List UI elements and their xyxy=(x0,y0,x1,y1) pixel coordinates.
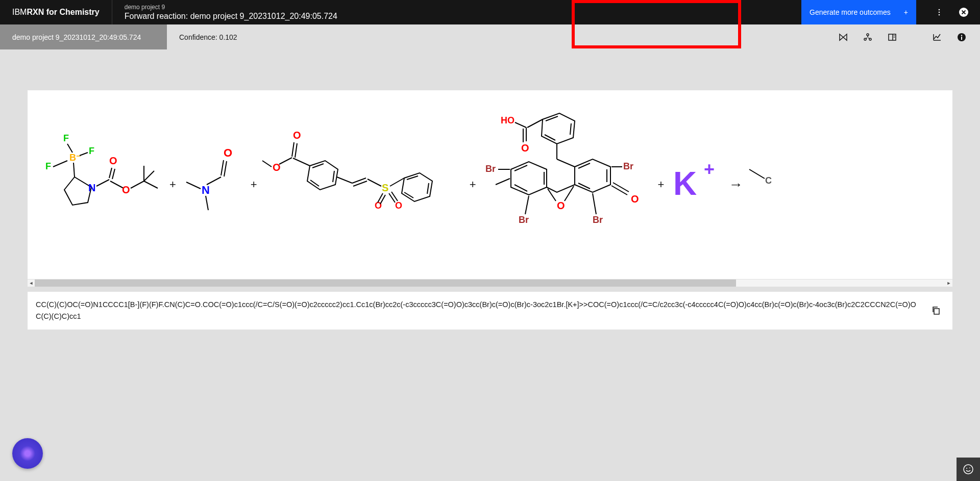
svg-point-0 xyxy=(939,9,940,11)
svg-line-42 xyxy=(295,143,297,158)
generate-more-outcomes-button[interactable]: Generate more outcomes + xyxy=(801,0,916,24)
breadcrumb: demo project 9 Forward reaction: demo pr… xyxy=(112,4,350,21)
svg-line-47 xyxy=(337,177,352,183)
molecule-2: O N xyxy=(180,134,247,236)
svg-line-46 xyxy=(293,158,310,166)
svg-line-43 xyxy=(279,158,292,164)
confidence-label: Confidence: 0.102 xyxy=(167,33,250,41)
smiles-row: CC(C)(C)OC(=O)N1CCCC1[B-](F)(F)F.CN(C)C=… xyxy=(28,292,952,330)
svg-line-50 xyxy=(368,179,381,186)
scroll-track[interactable] xyxy=(35,280,945,287)
breadcrumb-title: Forward reaction: demo project 9_2023101… xyxy=(125,11,337,21)
svg-line-45 xyxy=(262,161,272,167)
info-button[interactable] xyxy=(951,27,972,47)
plus-2: + xyxy=(250,178,258,191)
svg-line-79 xyxy=(593,193,596,214)
logo[interactable]: IBM RXN for Chemistry xyxy=(0,0,112,24)
attention-map-button[interactable] xyxy=(833,27,853,47)
svg-text:N: N xyxy=(88,182,95,193)
svg-line-56 xyxy=(389,193,395,202)
plus-icon: + xyxy=(904,8,908,16)
main-area: F F F B⁻ N O O xyxy=(0,49,980,340)
horizontal-scrollbar[interactable]: ◄ ► xyxy=(28,280,952,287)
generate-label: Generate more outcomes xyxy=(810,8,891,16)
overflow-menu-button[interactable] xyxy=(929,2,949,22)
plus-1: + xyxy=(168,178,177,191)
svg-line-83 xyxy=(749,169,765,179)
svg-text:O: O xyxy=(224,146,232,159)
svg-text:O: O xyxy=(631,193,639,205)
svg-text:O: O xyxy=(557,200,565,211)
svg-text:O: O xyxy=(273,162,281,173)
active-tab[interactable]: demo project 9_20231012_20:49:05.724 xyxy=(0,24,167,49)
molecule-icon xyxy=(863,33,872,42)
chart-line-icon xyxy=(933,33,942,42)
svg-line-75 xyxy=(613,183,629,192)
svg-line-34 xyxy=(221,160,224,175)
svg-rect-13 xyxy=(961,37,962,40)
tab-label: demo project 9_20231012_20:49:05.724 xyxy=(12,33,141,41)
svg-text:F: F xyxy=(63,133,69,143)
svg-line-77 xyxy=(525,196,529,214)
svg-text:Br: Br xyxy=(593,215,603,225)
svg-line-23 xyxy=(96,180,109,186)
svg-line-80 xyxy=(496,179,510,185)
svg-text:O: O xyxy=(109,155,117,166)
svg-line-20 xyxy=(53,161,67,167)
svg-text:Br: Br xyxy=(519,215,529,225)
logo-ibm: IBM xyxy=(12,8,27,17)
smiley-icon xyxy=(963,464,974,475)
svg-line-29 xyxy=(131,181,144,188)
info-icon xyxy=(957,33,966,42)
scroll-left-arrow[interactable]: ◄ xyxy=(28,280,35,287)
svg-text:+: + xyxy=(704,159,715,180)
svg-line-26 xyxy=(112,169,115,179)
bowtie-icon xyxy=(839,33,848,42)
svg-text:S: S xyxy=(382,182,388,193)
molecule-1: F F F B⁻ N O O xyxy=(33,121,165,248)
svg-text:O: O xyxy=(521,142,529,154)
structure-button[interactable] xyxy=(857,27,878,47)
svg-point-86 xyxy=(964,465,973,474)
svg-line-67 xyxy=(548,189,556,201)
svg-text:HO: HO xyxy=(501,115,514,125)
copy-icon xyxy=(932,306,941,315)
scroll-thumb[interactable] xyxy=(35,280,736,287)
side-panel-button[interactable] xyxy=(882,27,902,47)
svg-text:F: F xyxy=(45,161,51,171)
svg-point-12 xyxy=(961,35,962,36)
svg-line-64 xyxy=(527,119,543,128)
close-button[interactable] xyxy=(953,2,974,22)
assistant-launcher[interactable] xyxy=(12,438,43,469)
chart-button[interactable] xyxy=(927,27,947,47)
scroll-right-arrow[interactable]: ► xyxy=(945,280,952,287)
svg-point-2 xyxy=(939,14,940,16)
svg-text:Br: Br xyxy=(485,164,496,174)
molecule-3: O O S O O xyxy=(261,121,465,248)
svg-point-4 xyxy=(867,34,869,36)
svg-line-41 xyxy=(292,142,294,157)
svg-line-32 xyxy=(144,171,154,181)
svg-point-87 xyxy=(966,468,967,469)
panel-icon xyxy=(888,33,897,42)
plus-4: + xyxy=(657,178,666,191)
svg-line-31 xyxy=(144,181,158,188)
svg-text:N: N xyxy=(202,184,210,196)
svg-line-21 xyxy=(74,163,75,177)
svg-rect-85 xyxy=(934,309,939,314)
overflow-icon xyxy=(935,8,943,16)
feedback-button[interactable] xyxy=(957,458,980,481)
svg-line-57 xyxy=(391,192,398,201)
copy-smiles-button[interactable] xyxy=(928,302,944,319)
close-icon xyxy=(959,7,969,17)
svg-text:O: O xyxy=(122,184,130,195)
molecule-4: HO O O Br Br xyxy=(480,103,654,266)
svg-text:C: C xyxy=(765,175,772,186)
svg-line-60 xyxy=(515,122,526,128)
svg-line-58 xyxy=(390,178,404,186)
svg-line-25 xyxy=(109,168,112,178)
svg-line-38 xyxy=(186,182,201,189)
reaction-canvas[interactable]: F F F B⁻ N O O xyxy=(28,90,952,279)
svg-line-74 xyxy=(611,186,627,195)
smiles-text[interactable]: CC(C)(C)OC(=O)N1CCCC1[B-](F)(F)F.CN(C)C=… xyxy=(36,299,920,322)
